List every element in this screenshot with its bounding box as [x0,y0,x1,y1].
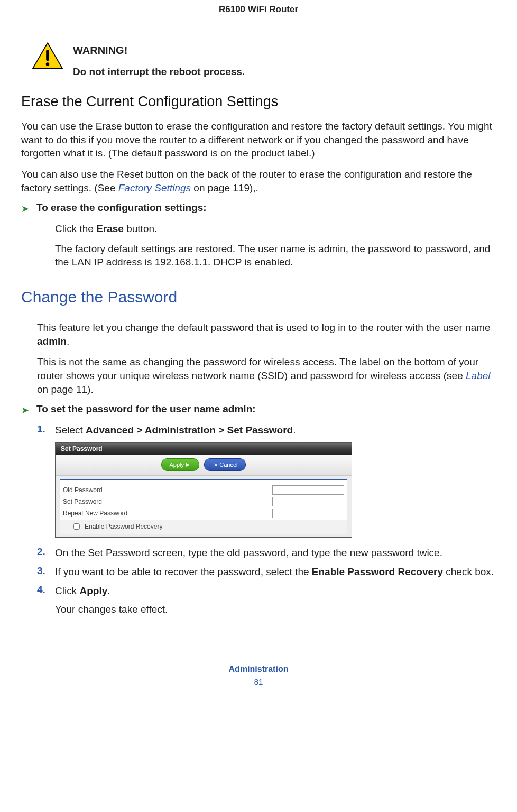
text: check box. [443,566,494,577]
panel-title: Set Password [56,443,352,455]
label-old-password: Old Password [63,486,103,494]
form-row-repeat-password: Repeat New Password [63,508,344,519]
footer-page-number: 81 [21,677,496,686]
text-bold: admin [37,336,67,347]
text: . [107,585,110,596]
chevron-right-icon: ➤ [21,403,29,417]
procedure-title: To erase the configuration settings: [36,202,207,214]
text: on page 119),. [191,182,258,193]
procedure-heading: ➤ To erase the configuration settings: [21,202,496,216]
step-result: Your changes take effect. [55,603,496,616]
step-number: 2. [37,546,48,558]
list-item: 1. Select Advanced > Administration > Se… [37,423,496,437]
text: This feature let you change the default … [37,322,491,333]
svg-point-2 [46,62,50,66]
text: . [293,425,296,436]
list-item: 3. If you want to be able to recover the… [37,565,496,579]
procedure-title: To set the password for the user name ad… [36,403,256,415]
step-text: Click the Erase button. [55,222,496,236]
step-text: The factory default settings are restore… [55,242,496,269]
repeat-password-input[interactable] [272,509,344,518]
list-item: 4. Click Apply. [37,584,496,598]
warning-icon [32,41,63,72]
label-set-password: Set Password [63,498,102,505]
step-number: 1. [37,423,48,435]
text-bold: Apply [79,585,107,596]
text: This is not the same as changing the pas… [37,356,478,381]
procedure-heading: ➤ To set the password for the user name … [21,403,496,417]
page-footer: Administration 81 [21,659,496,686]
text: on page 11). [37,384,94,395]
text-bold: Advanced > Administration > Set Password [86,425,293,436]
step-text: On the Set Password screen, type the old… [55,546,442,560]
label-repeat-password: Repeat New Password [63,510,127,517]
form-row-set-password: Set Password [63,496,344,508]
play-icon: ▶ [186,462,190,467]
paragraph: You can use the Erase button to erase th… [21,119,496,160]
text: button. [124,223,157,234]
close-icon: ✕ [214,462,218,468]
step-number: 4. [37,584,48,596]
heading-erase: Erase the Current Configuration Settings [21,94,496,110]
warning-block: WARNING! Do not interrupt the reboot pro… [21,41,496,78]
text: . [67,336,69,347]
paragraph: This feature let you change the default … [37,321,496,348]
set-password-panel: Set Password Apply▶ ✕Cancel Old Password… [55,442,352,538]
panel-toolbar: Apply▶ ✕Cancel [56,455,352,476]
text: If you want to be able to recover the pa… [55,566,312,577]
enable-recovery-checkbox[interactable] [73,523,80,530]
set-password-input[interactable] [272,497,344,506]
warning-label: WARNING! [73,44,245,57]
text: Click the [55,223,96,234]
button-label: Apply [169,462,184,468]
step-number: 3. [37,565,48,577]
form-row-old-password: Old Password [63,484,344,496]
apply-button[interactable]: Apply▶ [161,458,199,471]
footer-section: Administration [21,665,496,674]
doc-header: R6100 WiFi Router [21,0,496,41]
warning-body: Do not interrupt the reboot process. [73,66,245,78]
link-factory-settings[interactable]: Factory Settings [118,182,191,193]
paragraph: This is not the same as changing the pas… [37,355,496,396]
text: Select [55,425,86,436]
text-bold: Enable Password Recovery [312,566,443,577]
svg-rect-1 [46,50,49,61]
old-password-input[interactable] [272,485,344,495]
chevron-right-icon: ➤ [21,202,29,216]
button-label: Cancel [219,462,237,468]
list-item: 2. On the Set Password screen, type the … [37,546,496,560]
cancel-button[interactable]: ✕Cancel [204,458,245,471]
link-label[interactable]: Label [466,370,491,381]
text-bold: Erase [96,223,124,234]
label-enable-recovery: Enable Password Recovery [85,523,162,530]
text: Click [55,585,79,596]
heading-change-password: Change the Password [21,288,496,306]
paragraph: You can also use the Reset button on the… [21,168,496,195]
form-row-enable-recovery: Enable Password Recovery [60,520,347,534]
